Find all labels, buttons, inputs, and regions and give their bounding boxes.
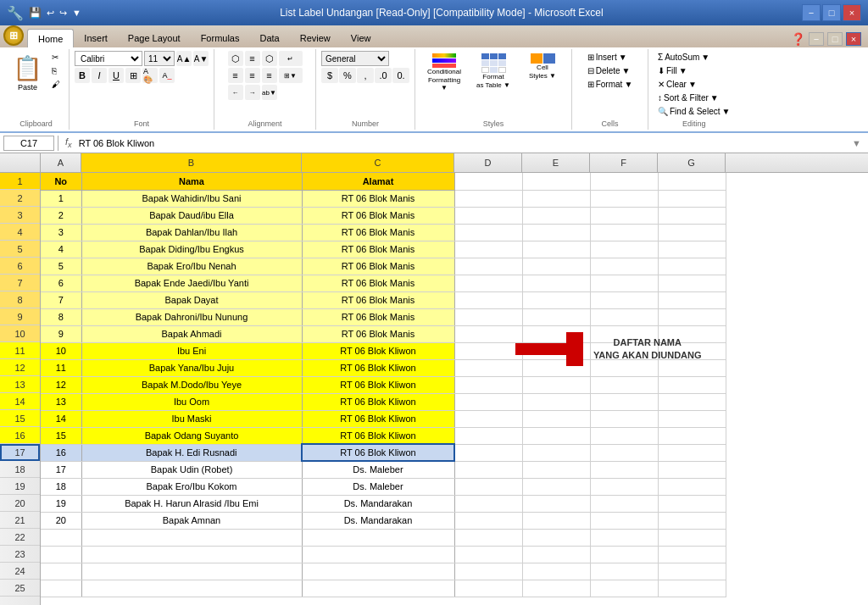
cell-b4[interactable]: Bapak Dahlan/Ibu Ilah (81, 224, 302, 241)
cell-a18[interactable]: 17 (41, 461, 81, 478)
row-header-8[interactable]: 8 (0, 291, 40, 308)
fill-button[interactable]: ⬇ Fill ▼ (654, 64, 734, 77)
cell-f2[interactable] (590, 190, 658, 207)
cell-e3[interactable] (522, 207, 590, 224)
cell-c6[interactable]: RT 06 Blok Manis (302, 258, 454, 275)
underline-button[interactable]: U (108, 68, 124, 83)
formula-input[interactable] (79, 136, 849, 151)
cell-styles-button[interactable]: CellStyles ▼ (519, 51, 566, 82)
cell-g2[interactable] (658, 190, 726, 207)
cell-f9[interactable] (590, 308, 658, 325)
percent-btn[interactable]: % (339, 68, 356, 83)
cell-e2[interactable] (522, 190, 590, 207)
cell-e15[interactable] (522, 410, 590, 427)
row-header-15[interactable]: 15 (0, 410, 40, 427)
row-header-14[interactable]: 14 (0, 393, 40, 410)
cell-d17[interactable] (454, 444, 522, 461)
cell-d3[interactable] (454, 207, 522, 224)
row-header-20[interactable]: 20 (0, 495, 40, 512)
cell-g5[interactable] (658, 241, 726, 258)
decrease-decimal-btn[interactable]: 0. (392, 68, 409, 83)
cell-a5[interactable]: 4 (41, 241, 81, 258)
cell-d12[interactable] (454, 359, 522, 376)
cell-c5[interactable]: RT 06 Blok Manis (302, 241, 454, 258)
cell-d14[interactable] (454, 393, 522, 410)
wrap-text-btn[interactable]: ↵ (279, 51, 303, 66)
format-painter-button[interactable]: 🖌 (48, 78, 64, 91)
cell-a2[interactable]: 1 (41, 190, 81, 207)
cell-a8[interactable]: 7 (41, 291, 81, 308)
cell-c14[interactable]: RT 06 Blok Kliwon (302, 393, 454, 410)
cut-button[interactable]: ✂ (48, 51, 64, 64)
cell-c16[interactable]: RT 06 Blok Kliwon (302, 427, 454, 444)
cell-g1[interactable] (658, 173, 726, 190)
row-header-10[interactable]: 10 (0, 325, 40, 342)
currency-btn[interactable]: $ (321, 68, 338, 83)
cell-b10[interactable]: Bapak Ahmadi (81, 325, 302, 342)
cell-d7[interactable] (454, 275, 522, 291)
help-icon[interactable]: ❓ (791, 32, 805, 46)
cell-b22[interactable] (81, 529, 302, 546)
cell-g8[interactable] (658, 291, 726, 308)
row-header-1[interactable]: 1 (0, 173, 40, 190)
cell-a25[interactable] (41, 580, 81, 597)
cell-e4[interactable] (522, 224, 590, 241)
cell-g4[interactable] (658, 224, 726, 241)
cell-g14[interactable] (658, 393, 726, 410)
cell-e20[interactable] (522, 495, 590, 512)
col-header-a[interactable]: A (41, 153, 81, 172)
cell-b1[interactable]: Nama (81, 173, 302, 190)
cell-c2[interactable]: RT 06 Blok Manis (302, 190, 454, 207)
cell-c3[interactable]: RT 06 Blok Manis (302, 207, 454, 224)
row-header-21[interactable]: 21 (0, 512, 40, 529)
cell-d2[interactable] (454, 190, 522, 207)
cell-a9[interactable]: 8 (41, 308, 81, 325)
comma-btn[interactable]: , (357, 68, 374, 83)
cell-a22[interactable] (41, 529, 81, 546)
row-header-17[interactable]: 17 (0, 444, 40, 461)
align-center-btn[interactable]: ≡ (245, 68, 260, 83)
cell-e25[interactable] (522, 580, 590, 597)
cell-a17[interactable]: 16 (41, 444, 81, 461)
cell-g15[interactable] (658, 410, 726, 427)
cell-e7[interactable] (522, 275, 590, 291)
cell-g18[interactable] (658, 461, 726, 478)
cell-e16[interactable] (522, 427, 590, 444)
cell-b20[interactable]: Bapak H. Harun Alrasid /Ibu Emi (81, 495, 302, 512)
cell-b17[interactable]: Bapak H. Edi Rusnadi (81, 444, 302, 461)
col-header-f[interactable]: F (590, 153, 658, 172)
indent-increase-btn[interactable]: → (245, 85, 260, 100)
cell-b2[interactable]: Bapak Wahidin/Ibu Sani (81, 190, 302, 207)
row-header-2[interactable]: 2 (0, 190, 40, 207)
delete-cells-button[interactable]: ⊟ Delete ▼ (583, 64, 637, 77)
cell-a10[interactable]: 9 (41, 325, 81, 342)
cell-b12[interactable]: Bapak Yana/Ibu Juju (81, 359, 302, 376)
orientation-btn[interactable]: ab▼ (262, 85, 277, 100)
cell-f13[interactable] (590, 376, 658, 393)
cell-f18[interactable] (590, 461, 658, 478)
cell-c1[interactable]: Alamat (302, 173, 454, 190)
col-header-b[interactable]: B (81, 153, 302, 172)
tab-formulas[interactable]: Formulas (191, 29, 250, 47)
row-header-23[interactable]: 23 (0, 546, 40, 563)
cell-e19[interactable] (522, 478, 590, 495)
tab-data[interactable]: Data (249, 29, 289, 47)
cell-a24[interactable] (41, 563, 81, 580)
cell-a20[interactable]: 19 (41, 495, 81, 512)
row-header-25[interactable]: 25 (0, 580, 40, 597)
cell-e6[interactable] (522, 258, 590, 275)
cell-b5[interactable]: Bapak Diding/Ibu Engkus (81, 241, 302, 258)
cell-b8[interactable]: Bapak Dayat (81, 291, 302, 308)
ribbon-close-btn[interactable]: × (846, 32, 861, 46)
copy-button[interactable]: ⎘ (48, 64, 64, 77)
cell-e5[interactable] (522, 241, 590, 258)
cell-c18[interactable]: Ds. Maleber (302, 461, 454, 478)
italic-button[interactable]: I (92, 68, 107, 83)
cell-c19[interactable]: Ds. Maleber (302, 478, 454, 495)
cell-f25[interactable] (590, 580, 658, 597)
cell-c13[interactable]: RT 06 Blok Kliwon (302, 376, 454, 393)
find-select-button[interactable]: 🔍 Find & Select ▼ (654, 105, 734, 118)
tab-view[interactable]: View (341, 29, 381, 47)
cell-a12[interactable]: 11 (41, 359, 81, 376)
cell-g23[interactable] (658, 546, 726, 563)
